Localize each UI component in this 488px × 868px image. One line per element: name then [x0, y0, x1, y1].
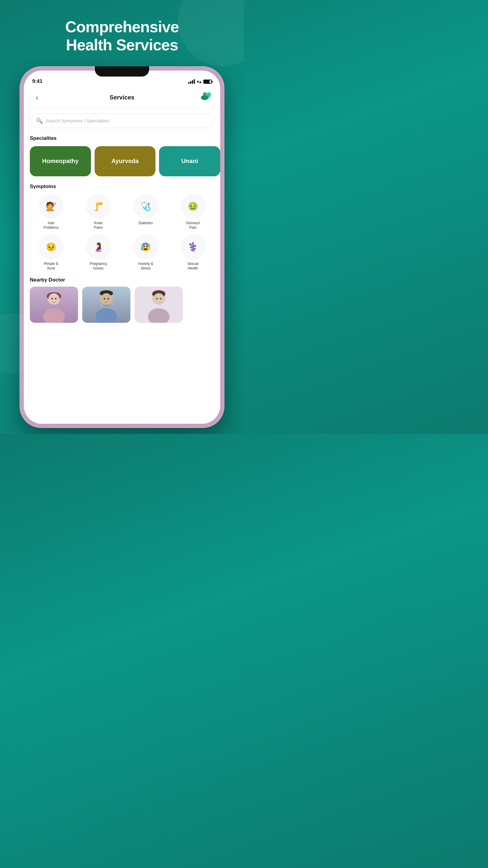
headline-line1: Comprehensive	[65, 18, 178, 36]
specialties-label: Specialties	[24, 133, 220, 143]
symptom-anxiety[interactable]: 😰 Anxiety &Stress	[123, 235, 168, 271]
svg-point-20	[156, 298, 158, 299]
symptom-hair-label: HairProblems	[43, 221, 59, 230]
symptom-diabetes[interactable]: 🩺 Diabetes	[123, 194, 168, 230]
svg-point-21	[160, 298, 161, 299]
wifi-icon: ▾▴	[197, 79, 201, 84]
app-content: ‹ Services 🔍 Search Symptoms / Specialit…	[24, 87, 220, 424]
symptom-knee-label: KneePains	[94, 221, 103, 230]
search-container: 🔍 Search Symptoms / Specialities	[24, 109, 220, 133]
svg-point-19	[153, 293, 164, 304]
doctor-card-1[interactable]	[30, 287, 78, 323]
phone-screen: 9:41 ▾▴ ‹ Service	[24, 70, 220, 424]
doctor-photo-1	[30, 287, 78, 323]
symptom-pimple[interactable]: 😣 Pimple &Acne	[29, 235, 73, 271]
svg-point-8	[55, 298, 57, 299]
app-header: ‹ Services	[24, 87, 220, 109]
svg-point-4	[43, 308, 65, 323]
doctor-photo-3	[135, 287, 183, 323]
back-arrow-icon: ‹	[36, 93, 38, 102]
phone-outer: 9:41 ▾▴ ‹ Service	[20, 66, 224, 428]
specialty-label-homeopathy: Homeopathy	[42, 158, 78, 164]
symptom-sexual-icon: ⚕️	[181, 235, 205, 259]
symptom-knee[interactable]: 🦵 KneePains	[76, 194, 121, 230]
signal-icon	[188, 79, 195, 84]
symptom-hair-icon: 💇	[39, 194, 63, 218]
symptom-pimple-icon: 😣	[39, 235, 63, 259]
header-title: Services	[110, 94, 134, 101]
symptom-pregnancy[interactable]: 🤰 PregnancyIssues	[76, 235, 121, 271]
battery-icon	[203, 80, 212, 84]
specialty-label-unani: Unani	[181, 158, 198, 164]
specialty-card-ayurveda[interactable]: Ayurveda	[95, 146, 156, 176]
symptom-stomach-icon: 🤢	[181, 194, 205, 218]
nearby-doctor-label: Nearby Doctor	[30, 277, 214, 283]
search-icon: 🔍	[36, 118, 43, 124]
app-logo-icon	[201, 92, 213, 104]
nearby-section: Nearby Doctor	[24, 275, 220, 327]
symptom-diabetes-label: Diabetes	[138, 221, 153, 226]
page-headline: Comprehensive Health Services	[53, 18, 191, 54]
symptom-anxiety-icon: 😰	[134, 235, 158, 259]
symptom-knee-icon: 🦵	[87, 194, 110, 218]
symptom-sexual[interactable]: ⚕️ SexualHealth	[170, 235, 216, 271]
search-input[interactable]: Search Symptoms / Specialities	[46, 118, 109, 123]
search-bar[interactable]: 🔍 Search Symptoms / Specialities	[30, 114, 214, 128]
doctor-card-3[interactable]	[135, 287, 183, 323]
doctor-card-2[interactable]	[82, 287, 130, 323]
svg-point-2	[201, 95, 208, 100]
doctor-male-svg	[91, 287, 121, 323]
doctor-photo-2	[82, 287, 130, 323]
symptom-anxiety-label: Anxiety &Stress	[138, 261, 153, 271]
specialty-card-unani[interactable]: Unani	[159, 146, 220, 176]
svg-point-14	[107, 298, 109, 299]
symptom-sexual-label: SexualHealth	[187, 261, 198, 271]
symptom-pimple-label: Pimple &Acne	[44, 261, 58, 271]
phone-notch	[95, 66, 149, 76]
svg-point-7	[52, 298, 53, 299]
symptom-pregnancy-icon: 🤰	[87, 235, 110, 259]
symptoms-label: Symptoms	[24, 181, 220, 191]
svg-rect-15	[101, 304, 102, 307]
svg-point-10	[96, 308, 117, 323]
status-time: 9:41	[32, 79, 42, 84]
back-button[interactable]: ‹	[31, 92, 43, 104]
doctors-row	[30, 287, 214, 323]
specialty-label-ayurveda: Ayurveda	[111, 158, 138, 164]
symptom-stomach-label: StomachPain	[186, 221, 200, 230]
symptoms-grid: 💇 HairProblems 🦵 KneePains 🩺	[24, 191, 220, 275]
symptom-hair[interactable]: 💇 HairProblems	[29, 194, 73, 230]
specialties-row: Homeopathy Ayurveda Unani	[24, 143, 220, 181]
status-icons: ▾▴	[188, 79, 212, 84]
svg-point-13	[104, 298, 105, 299]
symptom-pregnancy-label: PregnancyIssues	[90, 261, 107, 271]
headline-line2: Health Services	[66, 36, 178, 54]
specialty-card-homeopathy[interactable]: Homeopathy	[30, 146, 91, 176]
doctor-3-svg	[144, 287, 174, 323]
phone-mockup: 9:41 ▾▴ ‹ Service	[20, 66, 224, 434]
doctor-female-svg	[39, 287, 69, 323]
svg-point-17	[148, 308, 170, 323]
symptom-stomach[interactable]: 🤢 StomachPain	[170, 194, 216, 230]
symptom-diabetes-icon: 🩺	[134, 194, 158, 218]
